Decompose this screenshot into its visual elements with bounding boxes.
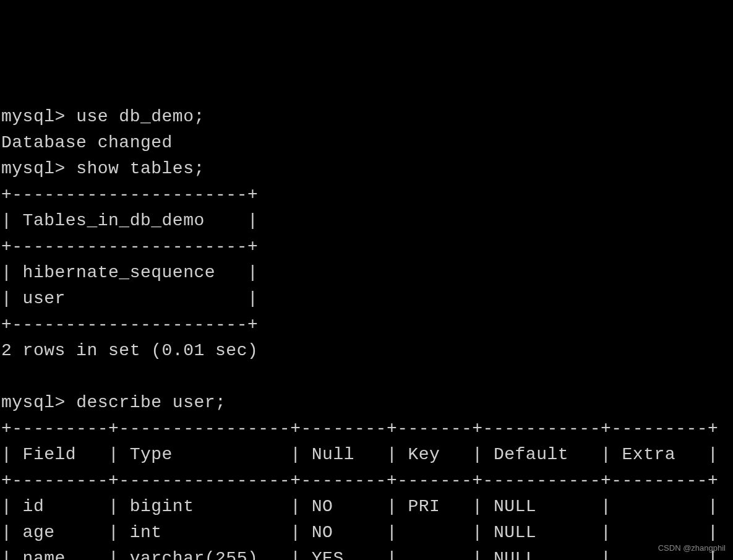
describe-result-box: +---------+----------------+--------+---… bbox=[1, 419, 718, 560]
terminal-output[interactable]: mysql> use db_demo; Database changed mys… bbox=[0, 104, 733, 560]
command-show-tables: show tables; bbox=[76, 159, 205, 178]
prompt: mysql> bbox=[1, 393, 66, 412]
prompt: mysql> bbox=[1, 107, 66, 126]
tables-result-box: +----------------------+ | Tables_in_db_… bbox=[1, 185, 258, 334]
command-use-db: use db_demo; bbox=[76, 107, 205, 126]
watermark: CSDN @zhangphil bbox=[658, 542, 726, 554]
prompt: mysql> bbox=[1, 159, 66, 178]
command-describe-user: describe user; bbox=[76, 393, 226, 412]
db-changed-response: Database changed bbox=[1, 133, 173, 152]
tables-summary: 2 rows in set (0.01 sec) bbox=[1, 341, 258, 360]
